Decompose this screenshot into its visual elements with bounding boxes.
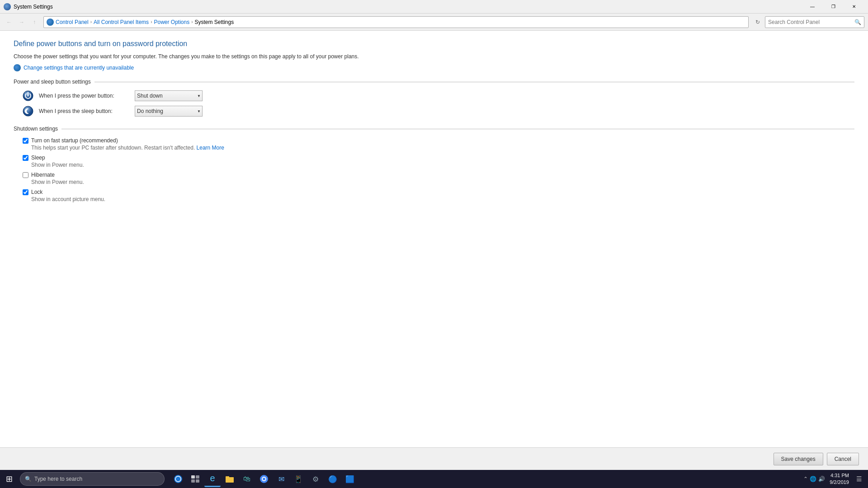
taskbar-app-explorer[interactable] <box>222 471 238 487</box>
title-bar-buttons: — ❐ ✕ <box>802 0 864 14</box>
power-sleep-header-text: Power and sleep button settings <box>14 79 91 85</box>
restore-button[interactable]: ❐ <box>823 0 844 14</box>
taskbar-app-mail[interactable]: ✉ <box>273 471 289 487</box>
sleep-checkbox[interactable] <box>23 155 28 161</box>
hibernate-row: Hibernate Show in Power menu. <box>14 172 854 185</box>
sleep-label-row: Sleep <box>23 155 854 161</box>
lock-checkbox[interactable] <box>23 189 28 195</box>
breadcrumb: Control Panel › All Control Panel Items … <box>56 19 745 25</box>
breadcrumb-power-options[interactable]: Power Options <box>154 19 189 25</box>
hibernate-label[interactable]: Hibernate <box>31 172 55 178</box>
shield-icon <box>14 64 21 71</box>
taskbar-app-store[interactable]: 🛍 <box>239 471 255 487</box>
hibernate-label-row: Hibernate <box>23 172 854 178</box>
taskbar-app-phone[interactable]: 📱 <box>290 471 307 487</box>
svg-rect-4 <box>191 475 195 479</box>
taskbar-app-settings2[interactable]: ⚙ <box>307 471 324 487</box>
svg-rect-6 <box>191 479 195 483</box>
close-button[interactable]: ✕ <box>844 0 864 14</box>
sleep-button-icon <box>23 106 33 117</box>
tray-volume[interactable]: 🔊 <box>818 476 825 482</box>
power-button-row: When I press the power button: Shut down… <box>14 90 854 101</box>
page-description: Choose the power settings that you want … <box>14 52 854 61</box>
taskbar-search-bar[interactable]: 🔍 Type here to search <box>20 472 165 486</box>
title-bar: System Settings — ❐ ✕ <box>0 0 868 14</box>
back-button[interactable]: ← <box>4 17 14 28</box>
shutdown-section: Shutdown settings Turn on fast startup (… <box>14 126 854 202</box>
learn-more-link[interactable]: Learn More <box>197 145 224 151</box>
svg-point-1 <box>23 106 33 116</box>
taskbar: ⊞ 🔍 Type here to search e 🛍 ✉ 📱 ⚙ 🔵 🟦 ⌃ … <box>0 470 868 488</box>
taskbar-apps: e 🛍 ✉ 📱 ⚙ 🔵 🟦 <box>170 471 800 487</box>
power-button-select-wrapper: Shut down Sleep Hibernate Turn off the d… <box>135 90 203 101</box>
fast-startup-label[interactable]: Turn on fast startup (recommended) <box>31 137 118 144</box>
tray-chevron[interactable]: ⌃ <box>803 476 808 482</box>
sleep-button-row: When I press the sleep button: Do nothin… <box>14 106 854 117</box>
shutdown-header-text: Shutdown settings <box>14 126 58 132</box>
sleep-button-select-wrapper: Do nothing Sleep Hibernate Shut down Tur… <box>135 106 203 117</box>
breadcrumb-sep-2: › <box>151 19 152 24</box>
breadcrumb-all-items[interactable]: All Control Panel Items <box>94 19 149 25</box>
taskbar-app-cortana[interactable] <box>170 471 186 487</box>
lock-label-row: Lock <box>23 189 854 195</box>
change-settings-link[interactable]: Change settings that are currently unava… <box>24 65 134 71</box>
section-line-2 <box>61 129 854 129</box>
sleep-label[interactable]: Sleep <box>31 155 45 161</box>
clock-date: 9/2/2019 <box>830 479 849 486</box>
power-sleep-section: Power and sleep button settings When I p… <box>14 79 854 117</box>
svg-rect-7 <box>196 479 199 483</box>
up-button[interactable]: ↑ <box>29 17 40 28</box>
lock-sublabel: Show in account picture menu. <box>31 196 854 202</box>
taskbar-app-blue1[interactable]: 🔵 <box>325 471 341 487</box>
sleep-button-label: When I press the sleep button: <box>39 108 129 114</box>
change-settings-link-row: Change settings that are currently unava… <box>14 64 854 71</box>
save-changes-button[interactable]: Save changes <box>774 453 823 465</box>
page-title: Define power buttons and turn on passwor… <box>14 40 854 48</box>
address-bar: Control Panel › All Control Panel Items … <box>43 16 749 28</box>
title-bar-text: System Settings <box>14 4 802 10</box>
start-button[interactable]: ⊞ <box>0 470 18 488</box>
fast-startup-checkbox[interactable] <box>23 138 28 144</box>
lock-label[interactable]: Lock <box>31 189 42 195</box>
svg-rect-9 <box>226 476 229 478</box>
clock-time: 4:31 PM <box>830 472 849 479</box>
search-input[interactable] <box>768 19 853 25</box>
refresh-button[interactable]: ↻ <box>752 17 763 28</box>
search-bar: 🔍 <box>765 16 864 28</box>
notification-button[interactable]: ☰ <box>854 470 864 488</box>
taskbar-search-icon: 🔍 <box>25 476 32 482</box>
taskbar-app-chrome[interactable] <box>256 471 272 487</box>
svg-point-12 <box>263 478 265 480</box>
taskbar-clock[interactable]: 4:31 PM 9/2/2019 <box>828 471 851 487</box>
taskbar-search-text: Type here to search <box>34 476 82 482</box>
power-button-select[interactable]: Shut down Sleep Hibernate Turn off the d… <box>135 90 203 101</box>
hibernate-sublabel: Show in Power menu. <box>31 179 854 185</box>
minimize-button[interactable]: — <box>802 0 823 14</box>
breadcrumb-sep-1: › <box>90 19 92 24</box>
forward-button[interactable]: → <box>16 17 27 28</box>
bottom-bar: Save changes Cancel <box>0 447 868 470</box>
power-button-icon <box>23 90 33 101</box>
main-content: Define power buttons and turn on passwor… <box>0 31 868 447</box>
nav-bar: ← → ↑ Control Panel › All Control Panel … <box>0 14 868 31</box>
sleep-sublabel: Show in Power menu. <box>31 162 854 168</box>
taskbar-app-blue2[interactable]: 🟦 <box>342 471 358 487</box>
fast-startup-label-row: Turn on fast startup (recommended) <box>23 137 854 144</box>
taskbar-app-edge[interactable]: e <box>204 471 221 487</box>
search-icon[interactable]: 🔍 <box>854 19 861 25</box>
fast-startup-row: Turn on fast startup (recommended) This … <box>14 137 854 151</box>
fast-startup-sublabel: This helps start your PC faster after sh… <box>31 145 854 151</box>
hibernate-checkbox[interactable] <box>23 172 28 178</box>
section-line-1 <box>94 82 854 82</box>
taskbar-tray-icons: ⌃ 🌐 🔊 <box>803 476 825 482</box>
svg-rect-5 <box>196 475 199 479</box>
power-button-label: When I press the power button: <box>39 93 129 99</box>
breadcrumb-control-panel[interactable]: Control Panel <box>56 19 89 25</box>
taskbar-app-task-view[interactable] <box>187 471 203 487</box>
power-sleep-header: Power and sleep button settings <box>14 79 854 85</box>
lock-row: Lock Show in account picture menu. <box>14 189 854 202</box>
breadcrumb-current: System Settings <box>195 19 234 25</box>
cancel-button[interactable]: Cancel <box>827 453 859 465</box>
tray-network[interactable]: 🌐 <box>810 476 816 482</box>
sleep-button-select[interactable]: Do nothing Sleep Hibernate Shut down Tur… <box>135 106 203 117</box>
